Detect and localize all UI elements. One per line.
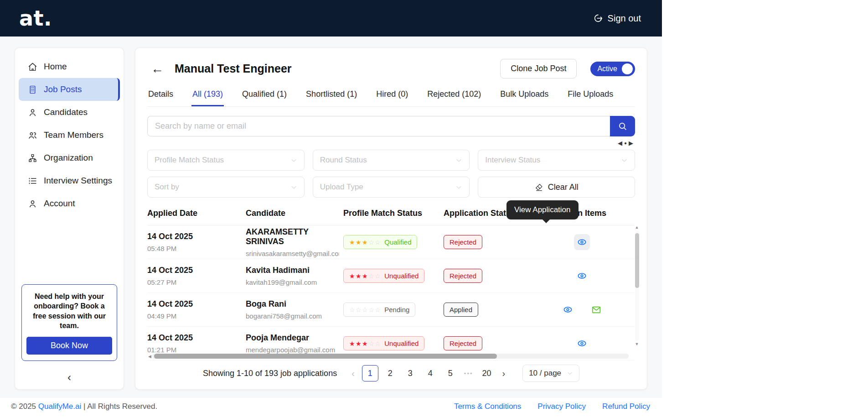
stars-empty: ☆☆☆☆☆ [349,306,381,314]
star-rating: ★★★☆☆ [349,239,381,246]
match-label: Unqualified [384,340,418,347]
match-label: Qualified [384,238,411,246]
signout-button[interactable]: Sign out [593,13,641,24]
horizontal-scroll-track[interactable] [152,354,629,359]
page-number-3[interactable]: 3 [402,365,418,381]
signout-label: Sign out [608,13,641,24]
select-placeholder: Round Status [320,156,367,165]
tab-shortlisted[interactable]: Shortlisted (1) [305,87,358,106]
applications-table: View Application Applied Date Candidate … [147,205,635,359]
clear-all-label: Clear All [548,183,579,192]
sidebar-item-account[interactable]: Account [19,192,120,215]
sidebar-item-team-members[interactable]: Team Members [19,124,120,146]
chevron-down-icon [290,157,297,164]
page-number-5[interactable]: 5 [442,365,459,381]
star-rating: ☆☆☆☆☆ [349,306,381,314]
table-row: 14 Oct 2025 05:27 PM Kavita Hadimani kav… [147,259,635,293]
copyright-text: © 2025 QualifyMe.ai | All Rights Reserve… [11,402,157,411]
scroll-up-icon[interactable]: ▲ [635,225,639,230]
page-number-4[interactable]: 4 [422,365,439,381]
pagination-bar: Showing 1-10 of 193 job applications ‹ 1… [147,359,635,389]
actions-cell [528,335,635,351]
horizontal-scrollbar: ◀ [147,353,629,359]
book-now-button[interactable]: Book Now [26,337,112,355]
scroll-left-icon[interactable]: ◀ [147,354,152,359]
applied-time: 01:21 PM [147,346,241,354]
page-size-select[interactable]: 10 / page [522,365,579,382]
app-container: at. Sign out Home Job Posts Candidates T… [0,0,662,418]
clear-all-button[interactable]: Clear All [478,177,635,198]
back-arrow-icon[interactable]: ← [151,63,164,75]
upload-type-select[interactable]: Upload Type [313,177,470,198]
search-button[interactable] [610,116,635,136]
sidebar-item-job-posts[interactable]: Job Posts [19,78,120,101]
stars-filled: ★★★ [349,340,368,347]
privacy-link[interactable]: Privacy Policy [537,402,586,411]
brand-link[interactable]: QualifyMe.ai [38,402,81,411]
page-number-2[interactable]: 2 [382,365,398,381]
view-application-button[interactable] [574,234,590,250]
candidate-cell: Pooja Mendegar mendegarpoojab@gmail.com [246,333,343,354]
view-application-button[interactable] [560,302,576,318]
match-label: Unqualified [384,272,418,280]
applied-date-cell: 14 Oct 2025 05:48 PM [147,232,246,252]
view-application-button[interactable] [574,335,590,351]
sidebar-item-label: Organization [44,153,93,163]
home-icon [28,62,37,72]
tab-hired[interactable]: Hired (0) [375,87,409,106]
next-page-button[interactable]: › [498,368,509,379]
tab-file-uploads[interactable]: File Uploads [567,87,614,106]
search-input[interactable] [147,116,610,136]
profile-match-status-select[interactable]: Profile Match Status [147,150,305,171]
pagination-ellipsis[interactable]: ••• [462,370,475,377]
stars-empty: ☆☆ [368,340,381,347]
candidate-name: Boga Rani [246,299,343,309]
brand-logo[interactable]: at. [19,6,52,31]
page-number-1[interactable]: 1 [362,365,378,381]
vertical-scroll-track[interactable] [635,231,639,341]
tab-qualified[interactable]: Qualified (1) [241,87,288,106]
interview-status-select[interactable]: Interview Status [478,150,635,171]
people-icon [28,131,37,140]
terms-link[interactable]: Terms & Conditions [454,402,521,411]
active-toggle[interactable]: Active [590,62,635,76]
round-status-select[interactable]: Round Status [313,150,470,171]
sidebar-item-home[interactable]: Home [19,55,120,78]
page-title: Manual Test Engineer [175,62,292,75]
send-mail-button[interactable] [589,302,604,318]
eye-icon [563,304,573,315]
prev-page-button[interactable]: ‹ [348,368,358,379]
tab-details[interactable]: Details [147,87,174,106]
onboarding-help-box: Need help with your onboarding? Book a f… [21,284,117,361]
profile-match-cell: ☆☆☆☆☆ Pending [343,303,444,317]
hint-left-icon[interactable]: ◀ [618,140,622,146]
tab-all[interactable]: All (193) [191,87,224,106]
clone-job-post-button[interactable]: Clone Job Post [500,59,577,78]
application-status-cell: Applied [444,303,528,317]
horizontal-scroll-thumb[interactable] [154,354,497,359]
candidate-email: srinivasakaramsetty@gmail.com [246,250,339,257]
chevron-down-icon [455,157,462,164]
tab-rejected[interactable]: Rejected (102) [426,87,482,106]
eye-icon [577,338,587,349]
page-number-20[interactable]: 20 [478,365,495,381]
refund-link[interactable]: Refund Policy [602,402,650,411]
settings-list-icon [28,176,37,186]
sort-by-select[interactable]: Sort by [147,177,305,198]
sidebar-item-label: Job Posts [44,84,82,94]
applied-date: 14 Oct 2025 [147,266,246,275]
applied-date-cell: 14 Oct 2025 05:27 PM [147,266,246,286]
scroll-down-icon[interactable]: ▼ [635,342,639,347]
sidebar-item-organization[interactable]: Organization [19,146,120,169]
sidebar-item-candidates[interactable]: Candidates [19,101,120,124]
tab-bulk-uploads[interactable]: Bulk Uploads [499,87,549,106]
sidebar-collapse-button[interactable]: ‹ [15,366,124,386]
vertical-scroll-thumb[interactable] [635,233,639,288]
mail-icon [591,305,601,315]
applied-date: 14 Oct 2025 [147,232,246,241]
sidebar-item-interview-settings[interactable]: Interview Settings [19,169,120,192]
view-application-button[interactable] [574,268,590,284]
table-row: 14 Oct 2025 05:48 PM AKARAMSETTY SRINIVA… [147,225,635,259]
job-posts-icon [28,85,37,94]
hint-right-icon[interactable]: ▶ [629,140,633,146]
